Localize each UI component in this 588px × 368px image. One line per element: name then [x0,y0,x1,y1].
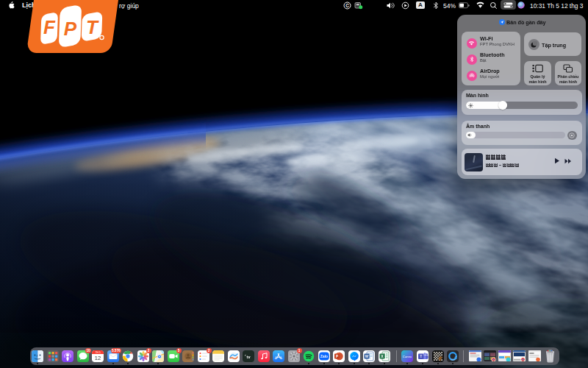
svg-text:12: 12 [95,355,101,361]
svg-text:C: C [345,3,349,8]
svg-text:F: F [43,16,56,38]
svg-text:Canva: Canva [403,355,412,358]
svg-text:W: W [365,354,369,358]
svg-text:Zalo: Zalo [320,355,328,358]
svg-text:T: T [86,16,99,38]
svg-text:T: T [420,355,422,358]
svg-text:P: P [64,18,77,40]
svg-text:TH 5: TH 5 [95,351,100,354]
